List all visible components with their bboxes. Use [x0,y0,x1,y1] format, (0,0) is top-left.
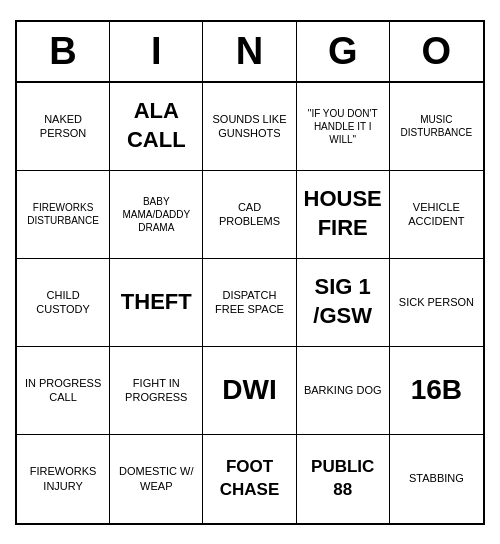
bingo-cell-6: BABY MAMA/DADDY DRAMA [110,171,203,259]
cell-text-11: THEFT [121,288,192,317]
bingo-letter-g: G [297,22,390,81]
bingo-cell-22: FOOT CHASE [203,435,296,523]
bingo-cell-8: HOUSE FIRE [297,171,390,259]
bingo-cell-10: CHILD CUSTODY [17,259,110,347]
cell-text-13: SIG 1 /GSW [301,273,385,330]
bingo-letter-o: O [390,22,483,81]
cell-text-6: BABY MAMA/DADDY DRAMA [114,195,198,234]
bingo-cell-16: FIGHT IN PROGRESS [110,347,203,435]
cell-text-12: DISPATCH FREE SPACE [207,288,291,317]
cell-text-2: SOUNDS LIKE GUNSHOTS [207,112,291,141]
cell-text-3: "IF YOU DON'T HANDLE IT I WILL" [301,107,385,146]
bingo-cell-18: BARKING DOG [297,347,390,435]
cell-text-7: CAD PROBLEMS [207,200,291,229]
cell-text-1: ALA CALL [114,97,198,154]
bingo-cell-0: NAKED PERSON [17,83,110,171]
bingo-letter-b: B [17,22,110,81]
bingo-cell-19: 16B [390,347,483,435]
bingo-letter-n: N [203,22,296,81]
cell-text-18: BARKING DOG [304,383,382,397]
cell-text-17: DWI [222,372,276,408]
bingo-cell-17: DWI [203,347,296,435]
cell-text-21: DOMESTIC W/ WEAP [114,464,198,493]
bingo-cell-13: SIG 1 /GSW [297,259,390,347]
bingo-cell-5: FIREWORKS DISTURBANCE [17,171,110,259]
bingo-cell-9: VEHICLE ACCIDENT [390,171,483,259]
bingo-header: BINGO [17,22,483,83]
cell-text-14: SICK PERSON [399,295,474,309]
bingo-cell-20: FIREWORKS INJURY [17,435,110,523]
bingo-cell-4: MUSIC DISTURBANCE [390,83,483,171]
cell-text-16: FIGHT IN PROGRESS [114,376,198,405]
bingo-cell-23: PUBLIC 88 [297,435,390,523]
bingo-cell-2: SOUNDS LIKE GUNSHOTS [203,83,296,171]
bingo-cell-1: ALA CALL [110,83,203,171]
cell-text-23: PUBLIC 88 [301,456,385,500]
bingo-cell-11: THEFT [110,259,203,347]
cell-text-0: NAKED PERSON [21,112,105,141]
bingo-cell-7: CAD PROBLEMS [203,171,296,259]
cell-text-4: MUSIC DISTURBANCE [394,113,479,139]
bingo-cell-15: IN PROGRESS CALL [17,347,110,435]
cell-text-24: STABBING [409,471,464,485]
bingo-cell-12: DISPATCH FREE SPACE [203,259,296,347]
bingo-cell-21: DOMESTIC W/ WEAP [110,435,203,523]
bingo-card: BINGO NAKED PERSONALA CALLSOUNDS LIKE GU… [15,20,485,525]
bingo-grid: NAKED PERSONALA CALLSOUNDS LIKE GUNSHOTS… [17,83,483,523]
bingo-cell-14: SICK PERSON [390,259,483,347]
cell-text-22: FOOT CHASE [207,456,291,500]
bingo-letter-i: I [110,22,203,81]
cell-text-20: FIREWORKS INJURY [21,464,105,493]
cell-text-8: HOUSE FIRE [301,185,385,242]
cell-text-10: CHILD CUSTODY [21,288,105,317]
cell-text-9: VEHICLE ACCIDENT [394,200,479,229]
cell-text-5: FIREWORKS DISTURBANCE [21,201,105,227]
cell-text-19: 16B [411,372,462,408]
bingo-cell-24: STABBING [390,435,483,523]
bingo-cell-3: "IF YOU DON'T HANDLE IT I WILL" [297,83,390,171]
cell-text-15: IN PROGRESS CALL [21,376,105,405]
